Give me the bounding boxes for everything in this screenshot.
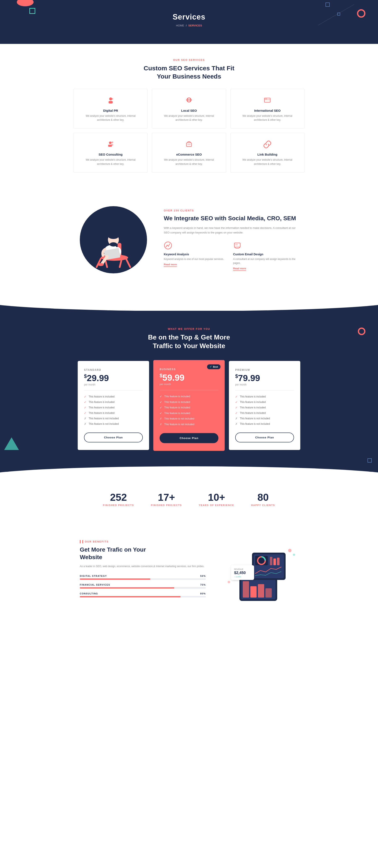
svg-point-30 [98, 263, 104, 266]
plan-badge-1: ✓Best [207, 364, 220, 369]
benefits-tag: OUR BENEFITS [80, 540, 206, 544]
svg-point-16 [189, 144, 190, 145]
stat-item-2: 10+ YEARS OF EXPERIENCE [199, 492, 234, 506]
integrate-tag: OVER 150 CLIENTS [164, 209, 298, 212]
integrate-desc: With a keyword analysis in hand, we now … [164, 226, 298, 235]
service-title-4: eCommerce SEO [157, 153, 221, 156]
service-card-2: International SEO We analyze your websit… [230, 89, 305, 128]
feature-desc-0: Keyword analysis is one of our most popu… [164, 257, 229, 261]
feature-icon-0-3: ✓ [84, 411, 87, 415]
svg-rect-41 [258, 584, 264, 597]
service-icon-1 [184, 95, 194, 106]
svg-point-11 [112, 142, 113, 143]
service-card-5: Link Building We analyze your website's … [230, 133, 305, 173]
feature-text-1-3: This feature is included [164, 412, 190, 415]
feature-icon-1-5: ✗ [160, 423, 162, 426]
feature-text-2-4: This feature is not included [240, 417, 270, 420]
seo-tag: OUR SEO SERVICES [17, 59, 361, 62]
svg-point-29 [109, 242, 117, 247]
features-row: Keyword Analysis Keyword analysis is one… [164, 241, 298, 270]
skill-group-2: CONSULTING 80% [80, 592, 206, 597]
read-more-1[interactable]: Read more [233, 267, 246, 271]
choose-plan-button-1[interactable]: Choose Plan [160, 433, 218, 443]
stats-grid: 252 FINISHED PROJECTS 17+ FINISHED PROJE… [94, 492, 284, 506]
feature-1-3: ✓ This feature is included [160, 410, 218, 416]
svg-point-55 [293, 554, 295, 556]
feature-icon-1-1: ✓ [160, 400, 162, 404]
skill-group-1: FINANCIAL SERVICES 75% [80, 584, 206, 589]
service-icon-3 [105, 139, 116, 150]
plan-divider-1 [160, 390, 218, 390]
feature-0-1: ✓ This feature is included [84, 399, 143, 405]
service-title-3: SEO Consulting [79, 153, 143, 156]
service-icon-0 [105, 95, 116, 106]
pricing-title: Be on the Top & Get More Traffic to Your… [12, 333, 366, 350]
breadcrumb-home[interactable]: HOME [176, 24, 184, 27]
choose-plan-button-0[interactable]: Choose Plan [84, 433, 143, 442]
integrate-section: OVER 150 CLIENTS We Integrate SEO with S… [0, 187, 378, 301]
feature-text-1-5: This feature is not included [164, 423, 194, 426]
feature-2-0: ✓ This feature is included [235, 394, 294, 399]
plan-per-0: per month [84, 383, 143, 386]
benefits-title: Get More Trafic on Your Website [80, 546, 206, 561]
stat-label-1: FINISHED PROJECTS [151, 504, 182, 506]
svg-rect-33 [235, 244, 238, 245]
pricing-card-2: PREMIUM $79.99 per month ✓ This feature … [229, 361, 300, 450]
svg-text:REVENUE: REVENUE [234, 568, 243, 570]
skills-group: DIGITAL STRATEGY 56% FINANCIAL SERVICES … [80, 575, 206, 597]
skill-value-2: 80% [200, 592, 206, 595]
feature-text-2-2: This feature is included [240, 406, 266, 409]
choose-plan-button-2[interactable]: Choose Plan [235, 433, 294, 442]
service-card-0: Digital PR We analyze your website's str… [73, 89, 148, 128]
skill-label-row-1: FINANCIAL SERVICES 75% [80, 584, 206, 586]
feature-text-0-0: This feature is included [89, 395, 115, 398]
breadcrumb-current: SERVICES [188, 24, 202, 27]
stat-number-3: 80 [251, 492, 275, 503]
benefits-illustration: REVENUE $2,450 ↑ 12.5% [218, 540, 298, 607]
pricing-cards: STANDARD $29.99 per month ✓ This feature… [73, 361, 305, 450]
skill-label-row-2: CONSULTING 80% [80, 592, 206, 595]
stat-label-2: YEARS OF EXPERIENCE [199, 504, 234, 506]
stat-number-1: 17+ [151, 492, 182, 503]
feature-title-1: Custom Email Design [233, 253, 298, 256]
feature-2-4: ✗ This feature is not included [235, 416, 294, 421]
feature-2-5: ✗ This feature is not included [235, 421, 294, 427]
benefits-desc: As a leader in SEO, web design, ecommerc… [80, 564, 206, 568]
svg-point-56 [228, 581, 230, 583]
svg-rect-49 [277, 558, 280, 565]
feature-0-3: ✓ This feature is included [84, 410, 143, 416]
read-more-0[interactable]: Read more [164, 263, 177, 267]
feature-list-2: ✓ This feature is included ✓ This featur… [235, 394, 294, 427]
integrate-content: OVER 150 CLIENTS We Integrate SEO with S… [164, 209, 298, 270]
feature-text-0-4: This feature is not included [89, 417, 119, 420]
feature-item-0: Keyword Analysis Keyword analysis is one… [164, 241, 229, 270]
skill-value-1: 75% [200, 584, 206, 586]
plan-per-1: per month [160, 383, 218, 386]
svg-text:↑ 12.5%: ↑ 12.5% [234, 576, 241, 578]
svg-rect-14 [187, 143, 191, 147]
service-title-0: Digital PR [79, 109, 143, 112]
decor-square-pricing [368, 458, 372, 463]
service-desc-2: We analyze your website's structure, int… [235, 114, 299, 122]
pricing-tag: WHAT WE OFFER FOR YOU [12, 328, 366, 331]
svg-point-15 [188, 144, 189, 145]
stats-section: 252 FINISHED PROJECTS 17+ FINISHED PROJE… [0, 477, 378, 521]
decor-square-2 [325, 2, 330, 7]
pricing-card-1: ✓Best BUSINESS $59.99 per month ✓ This f… [153, 360, 225, 451]
service-card-1: Local SEO We analyze your website's stru… [152, 89, 226, 128]
service-title-2: International SEO [235, 109, 299, 112]
feature-text-2-0: This feature is included [240, 395, 266, 398]
feature-text-0-5: This feature is not included [89, 423, 119, 425]
decor-triangle [4, 437, 19, 450]
feature-icon-1-3: ✓ [160, 411, 162, 415]
plan-name-2: PREMIUM [235, 369, 294, 371]
tag-bar [82, 540, 83, 544]
feature-text-2-1: This feature is included [240, 401, 266, 404]
feature-text-0-2: This feature is included [89, 406, 115, 409]
feature-item-1: Custom Email Design A consultant at our … [233, 241, 298, 270]
feature-icon-2-0: ✓ [235, 395, 238, 398]
breadcrumb-separator: / [186, 24, 187, 27]
skill-value-0: 56% [200, 575, 206, 577]
svg-point-2 [112, 98, 113, 100]
stat-label-0: FINISHED PROJECTS [103, 504, 134, 506]
